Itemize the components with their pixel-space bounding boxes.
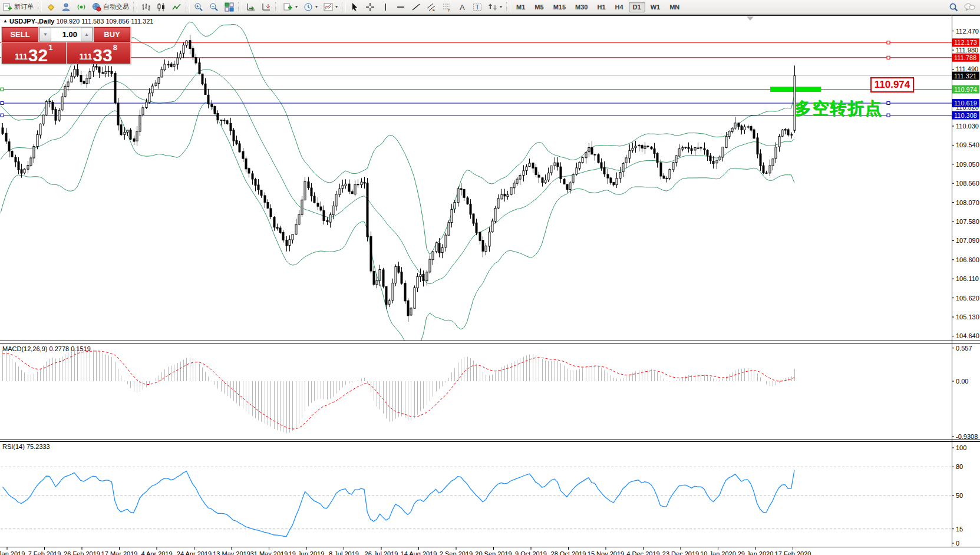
axis-label: 100 bbox=[956, 444, 966, 451]
chart-shift-button[interactable] bbox=[259, 1, 273, 14]
chat-icon bbox=[964, 2, 974, 12]
axis-label: 0.557 bbox=[956, 345, 972, 352]
date-label: 20 Sep 2019 bbox=[475, 550, 512, 555]
text-label-button[interactable]: T bbox=[470, 1, 484, 14]
mt4-window: 新订单自动交易▾▾▾EFAT▾M1M5M15M30H1H4D1W1MN 112.… bbox=[0, 0, 980, 555]
chevron-down-icon[interactable]: ▾ bbox=[500, 4, 502, 9]
indicators-button[interactable]: ▾ bbox=[281, 1, 300, 14]
fibonacci-icon: F bbox=[442, 2, 451, 12]
chinese-annotation[interactable]: 多空转折点 bbox=[794, 97, 942, 120]
volume-down-button[interactable]: ▼ bbox=[39, 28, 51, 41]
vertical-line-button[interactable] bbox=[378, 1, 392, 14]
text-button[interactable]: A bbox=[455, 1, 469, 14]
chat-button[interactable] bbox=[962, 1, 976, 14]
horizontal-line-button[interactable] bbox=[394, 1, 408, 14]
auto-scroll-button[interactable] bbox=[244, 1, 258, 14]
axis-label: 108.070 bbox=[956, 199, 979, 206]
chevron-down-icon[interactable]: ▾ bbox=[295, 4, 298, 9]
signals-button[interactable] bbox=[74, 1, 88, 14]
timeframe-h4[interactable]: H4 bbox=[611, 2, 628, 12]
search-button[interactable] bbox=[946, 1, 961, 14]
macd-indicator-label: MACD(12,26,9) 0.2778 0.1519 bbox=[2, 345, 91, 352]
tile-windows-button[interactable] bbox=[222, 1, 236, 14]
data-window-button[interactable] bbox=[59, 1, 73, 14]
auto-trading-button[interactable]: 自动交易 bbox=[90, 1, 131, 14]
timeframe-m1[interactable]: M1 bbox=[512, 2, 529, 12]
chevron-down-icon[interactable]: ▾ bbox=[315, 4, 318, 9]
sell-price-big: 32 bbox=[28, 48, 48, 63]
auto-scroll-icon bbox=[246, 2, 256, 12]
axis-label: 80 bbox=[956, 463, 963, 470]
line-handle[interactable] bbox=[887, 56, 890, 59]
rsi-value: 75.2333 bbox=[27, 443, 50, 450]
date-axis[interactable]: 20 Jan 20197 Feb 201926 Feb 201917 Mar 2… bbox=[0, 547, 811, 555]
new-order-button[interactable]: 新订单 bbox=[1, 1, 36, 14]
price-marker-label: 110.308 bbox=[954, 112, 977, 119]
date-label: 10 Jan 2020 bbox=[700, 550, 736, 555]
timeframe-m15[interactable]: M15 bbox=[549, 2, 570, 12]
fibonacci-button[interactable]: F bbox=[440, 1, 454, 14]
periods-button[interactable]: ▾ bbox=[301, 1, 320, 14]
line-handle[interactable] bbox=[1, 114, 4, 117]
sell-price-figure: 111 bbox=[15, 52, 28, 61]
timeframe-w1[interactable]: W1 bbox=[646, 2, 665, 12]
arrows-button[interactable]: ▾ bbox=[486, 1, 504, 14]
sell-button[interactable]: SELL bbox=[2, 27, 38, 42]
market-watch-button[interactable] bbox=[44, 1, 58, 14]
bollinger-bands bbox=[0, 22, 794, 352]
timeframe-m30[interactable]: M30 bbox=[571, 2, 592, 12]
candlestick-chart-button[interactable] bbox=[154, 1, 169, 14]
text-label-icon: T bbox=[473, 2, 482, 12]
channel-button[interactable]: E bbox=[424, 1, 438, 14]
search-icon bbox=[949, 2, 958, 12]
buy-price-big: 33 bbox=[93, 48, 112, 63]
axis-label: 109.050 bbox=[956, 161, 979, 168]
crosshair-button[interactable] bbox=[363, 1, 377, 14]
buy-price[interactable]: 111 33 8 bbox=[67, 42, 131, 64]
timeframe-mn[interactable]: MN bbox=[665, 2, 684, 12]
toolbar-separator bbox=[186, 2, 190, 12]
cursor-button[interactable] bbox=[348, 1, 362, 14]
date-label: 9 Oct 2019 bbox=[515, 550, 547, 555]
line-handle[interactable] bbox=[1, 88, 4, 91]
chevron-down-icon[interactable]: ▾ bbox=[335, 4, 338, 9]
line-chart-button[interactable] bbox=[170, 1, 184, 14]
bar-chart-button[interactable] bbox=[139, 1, 153, 14]
buy-button[interactable]: BUY bbox=[94, 27, 130, 42]
auto-trading-icon bbox=[92, 2, 101, 12]
date-label: 17 Mar 2019 bbox=[101, 550, 138, 555]
svg-text:A: A bbox=[460, 3, 465, 12]
line-handle[interactable] bbox=[1, 102, 4, 105]
date-label: 31 May 2019 bbox=[250, 550, 288, 555]
price-axis[interactable]: 112.470111.980111.490110.520110.030109.5… bbox=[952, 28, 979, 547]
axis-label: 0.00 bbox=[956, 378, 968, 385]
templates-button[interactable]: ▾ bbox=[321, 1, 340, 14]
new-order-button-label: 新订单 bbox=[14, 2, 34, 11]
timeframe-m5[interactable]: M5 bbox=[530, 2, 547, 12]
macd-panel bbox=[3, 348, 795, 433]
axis-label: 0 bbox=[956, 540, 959, 547]
trendline-button[interactable] bbox=[409, 1, 423, 14]
ohlc-high: 111.583 bbox=[81, 18, 104, 25]
price-callout-box[interactable]: 110.974 bbox=[870, 77, 914, 92]
toolbar: 新订单自动交易▾▾▾EFAT▾M1M5M15M30H1H4D1W1MN bbox=[0, 0, 980, 14]
date-label: 14 Aug 2019 bbox=[401, 550, 437, 555]
zoom-in-button[interactable] bbox=[192, 1, 206, 14]
volume-value[interactable]: 1.00 bbox=[51, 28, 81, 41]
line-handle[interactable] bbox=[887, 41, 890, 44]
date-label: 17 Feb 2020 bbox=[775, 550, 811, 555]
axis-label: 108.560 bbox=[956, 180, 979, 187]
line-chart-icon bbox=[172, 2, 182, 12]
indicators-icon bbox=[283, 2, 293, 12]
timeframe-d1[interactable]: D1 bbox=[629, 2, 645, 12]
volume-up-button[interactable]: ▲ bbox=[81, 28, 93, 41]
sell-price[interactable]: 111 32 1 bbox=[2, 42, 66, 64]
periods-clock-icon bbox=[303, 2, 313, 12]
collapse-arrow-icon[interactable]: ▲ bbox=[3, 18, 8, 24]
timeframe-h1[interactable]: H1 bbox=[593, 2, 609, 12]
zoom-out-button[interactable] bbox=[207, 1, 221, 14]
macd-name: MACD(12,26,9) bbox=[2, 345, 47, 352]
chart-canvas[interactable]: 112.470111.980111.490110.520110.030109.5… bbox=[0, 14, 980, 555]
market-watch-icon bbox=[46, 2, 55, 12]
date-label: 29 Jan 2020 bbox=[738, 550, 774, 555]
